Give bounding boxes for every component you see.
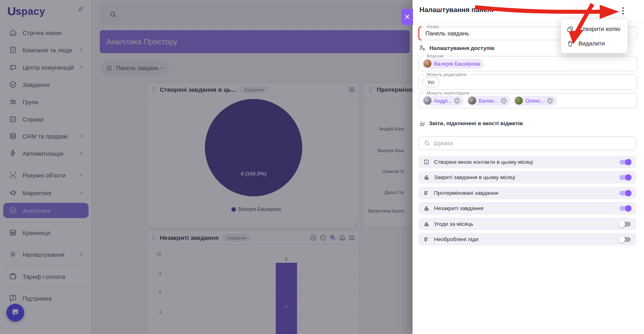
- name-field-accent: [418, 26, 421, 41]
- kebab-menu-icon[interactable]: [618, 6, 628, 16]
- report-toggle[interactable]: [619, 175, 631, 180]
- rows-icon: [423, 190, 429, 196]
- trash-icon: [567, 40, 574, 47]
- report-toggle[interactable]: [619, 221, 631, 227]
- owner-chip[interactable]: Валерія Башкірова: [422, 59, 484, 69]
- close-panel-button[interactable]: ✕: [401, 9, 413, 25]
- report-row: Незакриті завдання: [419, 202, 636, 214]
- viewer-chip[interactable]: Олекс... ✕: [514, 96, 557, 106]
- can-edit-field[interactable]: Можуть редагувати Усі: [419, 74, 637, 90]
- owner-field[interactable]: Власник Валерія Башкірова: [419, 56, 637, 71]
- remove-chip-icon[interactable]: ✕: [501, 98, 507, 104]
- menu-item-delete[interactable]: Видалити: [561, 36, 627, 51]
- app-window: Uspacy Стрічка новин Компанія та люди Це…: [0, 0, 644, 334]
- name-field-label: Назва: [425, 24, 441, 29]
- panel-title: Налаштування панелі: [419, 6, 493, 14]
- person-gear-icon: [419, 44, 426, 52]
- viewer-chip[interactable]: Андрі... ✕: [422, 96, 464, 106]
- report-toggle[interactable]: [619, 190, 631, 196]
- report-row: Протерміновані завдання: [419, 187, 636, 199]
- name-field-value: Панель завдань: [425, 30, 469, 37]
- reports-search-input[interactable]: Шукати: [419, 136, 636, 150]
- copy-icon: [567, 26, 574, 33]
- report-row: Необроблені ліди: [419, 233, 636, 245]
- modal-dim-overlay[interactable]: [0, 0, 413, 334]
- bar-chart-icon: [423, 221, 429, 227]
- bar-chart-icon: [419, 120, 425, 127]
- info-icon: [423, 159, 429, 165]
- report-toggle[interactable]: [619, 159, 631, 165]
- menu-item-duplicate[interactable]: Створити копію: [561, 22, 627, 36]
- can-view-field[interactable]: Можуть переглядати Андрі... ✕ Вален... ✕…: [419, 93, 637, 108]
- avatar: [423, 60, 431, 68]
- search-icon: [424, 140, 430, 146]
- search-placeholder: Шукати: [433, 140, 453, 146]
- close-icon: ✕: [404, 13, 410, 21]
- bar-chart-icon: [423, 174, 429, 180]
- viewer-chip[interactable]: Вален... ✕: [467, 96, 510, 106]
- avatar: [515, 97, 523, 105]
- avatar: [423, 97, 431, 105]
- remove-chip-icon[interactable]: ✕: [547, 98, 553, 104]
- panel-context-menu: Створити копію Видалити: [561, 19, 627, 53]
- rows-icon: [423, 236, 429, 242]
- remove-chip-icon[interactable]: ✕: [454, 98, 460, 104]
- avatar: [468, 97, 476, 105]
- report-row: Створені мною контакти в цьому місяці: [419, 156, 636, 168]
- report-row: Угоди за місяць: [419, 218, 636, 230]
- edit-chip[interactable]: Усі: [422, 77, 440, 87]
- reports-section-header: Звіти, підключені в якості віджетів: [419, 120, 523, 127]
- report-toggle[interactable]: [619, 237, 631, 242]
- bar-chart-icon: [423, 205, 429, 211]
- report-row: Закриті завдання в цьому місяці: [419, 171, 636, 183]
- report-toggle[interactable]: [619, 206, 631, 211]
- access-section-header: Налаштування доступів: [419, 44, 494, 52]
